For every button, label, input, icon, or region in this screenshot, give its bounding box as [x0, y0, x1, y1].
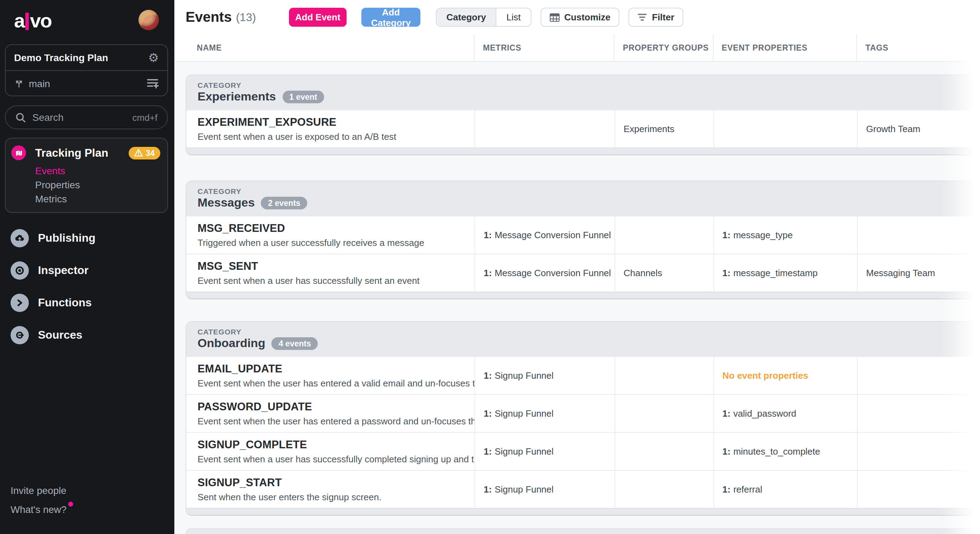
- event-name: MSG_SENT: [197, 260, 468, 273]
- event-property-index: 1:: [722, 446, 730, 457]
- no-event-properties-warning: No event properties: [722, 370, 808, 381]
- tracking-plan-card: Tracking Plan 34 Events Properties Metri…: [5, 138, 168, 213]
- new-branch-icon[interactable]: [147, 78, 159, 89]
- search-placeholder: Search: [32, 112, 132, 123]
- sidebar: avo Demo Tracking Plan ⚙ main: [0, 0, 174, 534]
- table-header: NAME METRICS PROPERTY GROUPS EVENT PROPE…: [174, 35, 980, 62]
- event-name: EXPERIMENT_EXPOSURE: [197, 116, 468, 129]
- sidebar-item-inspector[interactable]: Inspector: [11, 261, 168, 280]
- view-toggle-category[interactable]: Category: [437, 8, 497, 26]
- section-footer-bar: [186, 508, 977, 515]
- avo-logo[interactable]: avo: [14, 10, 52, 32]
- page-header: Events (13) Add Event Add Category Categ…: [174, 0, 980, 35]
- metric-index: 1:: [484, 408, 492, 419]
- event-property-index: 1:: [722, 408, 730, 419]
- category-name: Experiements: [197, 90, 276, 104]
- sidebar-item-label: Publishing: [38, 232, 95, 245]
- category-name: Onboarding: [197, 337, 266, 351]
- invite-people-link[interactable]: Invite people: [11, 485, 67, 496]
- sidebar-item-publishing[interactable]: Publishing: [11, 229, 168, 247]
- issues-badge[interactable]: 34: [129, 146, 160, 159]
- add-event-button[interactable]: Add Event: [289, 8, 347, 27]
- event-property-name: message_timestamp: [733, 268, 818, 278]
- event-row[interactable]: SIGNUP_START Sent when the user enters t…: [186, 470, 977, 508]
- metric-index: 1:: [484, 370, 492, 381]
- category-count-badge: 2 events: [261, 197, 307, 210]
- add-category-button[interactable]: Add Category: [361, 8, 420, 27]
- event-row[interactable]: MSG_RECEIVED Triggered when a user succe…: [186, 216, 977, 254]
- property-group: Channels: [624, 268, 662, 278]
- sidebar-item-label: Inspector: [38, 264, 89, 277]
- event-property-name: valid_password: [733, 408, 796, 419]
- view-toggle-list[interactable]: List: [497, 8, 530, 26]
- event-name: SIGNUP_START: [197, 477, 468, 489]
- filter-label: Filter: [652, 12, 675, 22]
- event-property-name: referral: [733, 484, 762, 495]
- event-row[interactable]: SIGNUP_COMPLETE Event sent when a user h…: [186, 432, 977, 470]
- sidebar-item-metrics[interactable]: Metrics: [35, 193, 160, 205]
- tracking-plan-icon: [11, 145, 26, 160]
- event-property-index: 1:: [722, 268, 730, 278]
- event-property-name: minutes_to_complete: [733, 446, 820, 457]
- event-description: Event sent when a user has successfully …: [197, 454, 468, 464]
- settings-gear-icon[interactable]: ⚙: [148, 52, 159, 64]
- warning-icon: [134, 149, 143, 157]
- sidebar-item-functions[interactable]: Functions: [11, 294, 168, 312]
- column-header-property-groups: PROPERTY GROUPS: [614, 35, 713, 61]
- category-section-messages: CATEGORY Messages 2 events MSG_RECEIVED …: [186, 181, 977, 299]
- branch-icon: [14, 78, 24, 88]
- column-header-event-properties: EVENT PROPERTIES: [713, 35, 856, 61]
- sidebar-item-label: Functions: [38, 297, 92, 309]
- category-kind-label: CATEGORY: [197, 187, 977, 195]
- sidebar-item-events[interactable]: Events: [35, 165, 160, 176]
- chevron-right-icon: [11, 294, 29, 312]
- next-category-section-partial: [186, 528, 977, 534]
- column-header-metrics: METRICS: [474, 35, 614, 61]
- metric-name: Message Conversion Funnel: [495, 230, 611, 240]
- tracking-plan-label: Tracking Plan: [35, 146, 129, 159]
- event-description: Event sent when a user has successfully …: [197, 275, 468, 286]
- event-description: Triggered when a user successfully recei…: [197, 237, 468, 248]
- view-toggle: Category List: [436, 8, 531, 27]
- event-property-name: message_type: [733, 230, 793, 240]
- event-name: MSG_RECEIVED: [197, 222, 468, 235]
- category-header[interactable]: CATEGORY Onboarding 4 events: [186, 322, 977, 356]
- event-name: EMAIL_UPDATE: [197, 362, 468, 375]
- metric-index: 1:: [484, 268, 492, 278]
- property-group: Experiments: [624, 124, 675, 134]
- search-icon: [16, 112, 26, 122]
- metric-name: Signup Funnel: [495, 408, 554, 419]
- event-name: SIGNUP_COMPLETE: [197, 439, 468, 451]
- event-row[interactable]: EMAIL_UPDATE Event sent when the user ha…: [186, 356, 977, 394]
- filter-button[interactable]: Filter: [629, 8, 684, 27]
- category-section-onboarding: CATEGORY Onboarding 4 events EMAIL_UPDAT…: [186, 321, 977, 516]
- search-input[interactable]: Search cmd+f: [5, 105, 168, 129]
- user-avatar[interactable]: [138, 10, 159, 30]
- sidebar-item-tracking-plan[interactable]: Tracking Plan 34: [11, 145, 160, 160]
- metric-name: Signup Funnel: [495, 370, 554, 381]
- notification-dot: [68, 502, 73, 507]
- metric-name: Signup Funnel: [495, 484, 554, 495]
- whats-new-link[interactable]: What's new?: [11, 504, 67, 515]
- event-description: Event sent when a user is exposed to an …: [197, 131, 468, 142]
- page-title: Events: [186, 9, 232, 25]
- branch-selector[interactable]: main: [6, 70, 167, 95]
- workspace-name: Demo Tracking Plan: [14, 52, 148, 63]
- event-tag: Messaging Team: [866, 268, 935, 278]
- metric-index: 1:: [484, 230, 492, 240]
- sidebar-item-properties[interactable]: Properties: [35, 179, 160, 191]
- event-row[interactable]: EXPERIMENT_EXPOSURE Event sent when a us…: [186, 110, 977, 148]
- page-count: (13): [236, 11, 256, 24]
- source-arrow-icon: [11, 326, 29, 344]
- customize-grid-icon: [549, 13, 559, 21]
- logo-text-right: vo: [30, 10, 51, 32]
- app-root: avo Demo Tracking Plan ⚙ main: [0, 0, 980, 534]
- category-header[interactable]: CATEGORY Messages 2 events: [186, 181, 977, 216]
- event-row[interactable]: PASSWORD_UPDATE Event sent when the user…: [186, 394, 977, 432]
- event-row[interactable]: MSG_SENT Event sent when a user has succ…: [186, 254, 977, 292]
- workspace-selector[interactable]: Demo Tracking Plan ⚙: [6, 45, 167, 70]
- sidebar-item-sources[interactable]: Sources: [11, 326, 168, 344]
- customize-button[interactable]: Customize: [540, 8, 619, 27]
- category-name: Messages: [197, 196, 255, 210]
- category-header[interactable]: CATEGORY Experiements 1 event: [186, 75, 977, 110]
